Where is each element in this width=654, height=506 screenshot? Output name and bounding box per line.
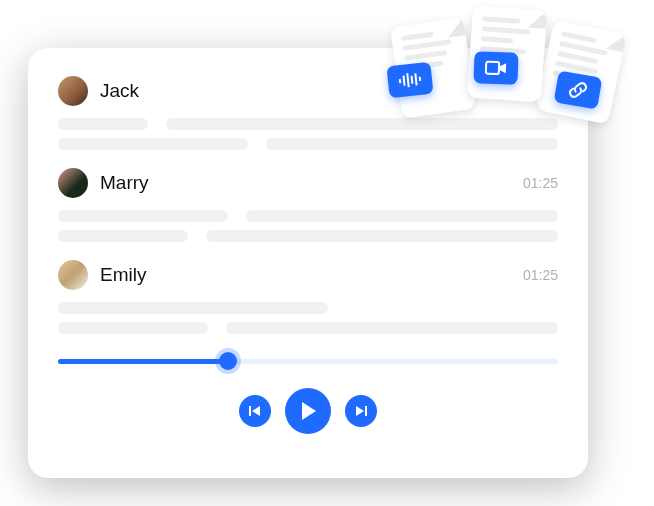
speaker-name: Emily [100,264,523,286]
transcript-entry: Jack [58,76,558,150]
timestamp: 01:25 [523,175,558,191]
text-skeleton [58,230,188,242]
transcript-lines [58,302,558,334]
transcript-entry: Emily 01:25 [58,260,558,334]
entry-header: Emily 01:25 [58,260,558,290]
progress-thumb[interactable] [219,352,237,370]
text-skeleton [226,322,558,334]
svg-rect-1 [365,406,367,416]
player-controls [58,388,558,434]
transcript-lines [58,118,558,150]
text-skeleton [266,138,558,150]
skip-forward-icon [354,404,368,418]
text-skeleton [58,118,148,130]
skip-back-icon [248,404,262,418]
speaker-name: Jack [100,80,558,102]
timestamp: 01:25 [523,267,558,283]
text-skeleton [58,138,248,150]
progress-fill [58,359,228,364]
transcript-lines [58,210,558,242]
next-button[interactable] [345,395,377,427]
text-skeleton [58,302,328,314]
speaker-name: Marry [100,172,523,194]
text-skeleton [246,210,558,222]
previous-button[interactable] [239,395,271,427]
transcript-card: Jack Marry 01:25 [28,48,588,478]
entry-header: Jack [58,76,558,106]
avatar [58,76,88,106]
play-button[interactable] [285,388,331,434]
svg-rect-0 [249,406,251,416]
play-icon [299,401,317,421]
audio-progress[interactable] [58,352,558,370]
avatar [58,260,88,290]
text-skeleton [58,322,208,334]
text-skeleton [166,118,558,130]
text-skeleton [206,230,558,242]
text-skeleton [58,210,228,222]
transcript-entry: Marry 01:25 [58,168,558,242]
avatar [58,168,88,198]
entry-header: Marry 01:25 [58,168,558,198]
